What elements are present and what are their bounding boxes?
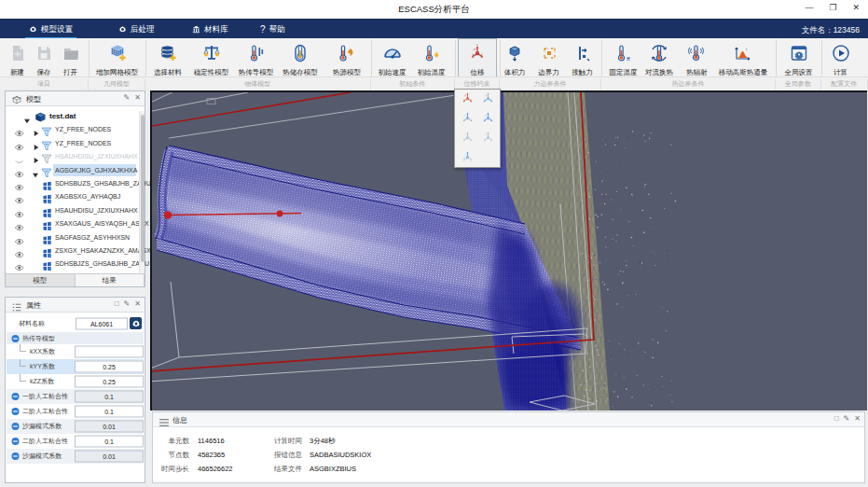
- svg-text:t: t: [746, 47, 748, 51]
- svg-text:z: z: [476, 43, 478, 47]
